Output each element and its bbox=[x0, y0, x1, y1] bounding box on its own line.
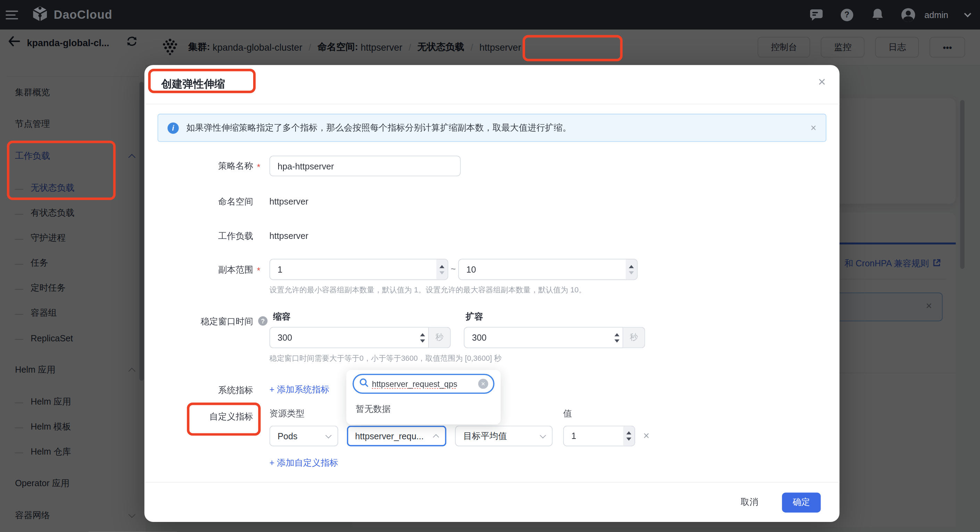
hamburger-menu-icon[interactable] bbox=[6, 10, 18, 19]
scale-up-input[interactable]: 300 bbox=[464, 327, 624, 348]
logo-text: DaoCloud bbox=[54, 8, 113, 22]
daocloud-logo[interactable]: DaoCloud bbox=[32, 5, 113, 24]
scale-up-label: 扩容 bbox=[466, 311, 483, 322]
value-label: 值 bbox=[563, 408, 572, 419]
namespace-value: httpserver bbox=[269, 196, 309, 206]
resource-type-select[interactable]: Pods bbox=[269, 426, 338, 446]
workload-value: httpserver bbox=[269, 231, 309, 241]
scale-down-label: 缩容 bbox=[273, 311, 291, 322]
seconds-addon: 秒 bbox=[624, 327, 645, 348]
stepper-up-icon[interactable] bbox=[420, 333, 425, 336]
metric-search-box[interactable]: httpserver_request_qps × bbox=[353, 374, 495, 394]
no-data-text: 暂无数据 bbox=[356, 404, 391, 415]
bell-icon[interactable] bbox=[870, 8, 885, 22]
help-icon[interactable]: ? bbox=[840, 8, 854, 22]
stability-window-help: 稳定窗口时间需要大于等于0，小于等于3600，取值范围为 [0,3600] 秒 bbox=[269, 353, 502, 364]
app-stage: DaoCloud ? admin kpanda-global-cl... bbox=[0, 0, 980, 532]
workload-label: 工作负载 bbox=[145, 231, 253, 242]
search-icon bbox=[360, 378, 368, 389]
replica-min-input[interactable]: 1 bbox=[269, 259, 448, 280]
chevron-down-icon bbox=[325, 432, 332, 438]
stability-window-label: 稳定窗口时间? bbox=[145, 316, 253, 328]
namespace-label: 命名空间 bbox=[145, 196, 253, 207]
stepper-up-icon[interactable] bbox=[439, 264, 444, 268]
info-banner-text: 如果弹性伸缩策略指定了多个指标，那么会按照每个指标分别计算扩缩副本数，取最大值进… bbox=[186, 122, 803, 133]
custom-metrics-label: 自定义指标 bbox=[145, 411, 253, 422]
replica-max-input[interactable]: 10 bbox=[458, 259, 638, 280]
clear-search-icon[interactable]: × bbox=[478, 379, 488, 389]
username-label: admin bbox=[924, 10, 948, 20]
help-circle-icon[interactable]: ? bbox=[258, 316, 267, 326]
policy-name-input[interactable]: hpa-httpserver bbox=[269, 156, 461, 176]
system-metrics-label: 系统指标 bbox=[145, 385, 253, 396]
add-custom-metric-link[interactable]: + 添加自定义指标 bbox=[269, 458, 338, 469]
stepper-down-icon[interactable] bbox=[439, 271, 444, 274]
confirm-button[interactable]: 确定 bbox=[782, 492, 821, 513]
info-banner: i 如果弹性伸缩策略指定了多个指标，那么会按照每个指标分别计算扩缩副本数，取最大… bbox=[158, 114, 827, 142]
modal-close-icon[interactable]: × bbox=[818, 75, 826, 88]
stepper-down-icon[interactable] bbox=[629, 271, 634, 274]
stepper-up-icon[interactable] bbox=[614, 333, 619, 336]
add-system-metric-link[interactable]: + 添加系统指标 bbox=[269, 384, 329, 395]
modal-title: 创建弹性伸缩 bbox=[161, 77, 225, 91]
chevron-up-icon bbox=[433, 434, 439, 440]
cancel-button[interactable]: 取消 bbox=[737, 496, 762, 508]
stepper-up-icon[interactable] bbox=[629, 264, 634, 268]
metric-name-select[interactable]: httpserver_requ... bbox=[347, 426, 446, 446]
metric-search-input[interactable]: httpserver_request_qps bbox=[372, 379, 474, 389]
info-icon: i bbox=[167, 122, 178, 133]
stepper-down-icon[interactable] bbox=[420, 339, 425, 342]
range-separator: ~ bbox=[451, 264, 456, 274]
scale-down-input[interactable]: 300 bbox=[269, 327, 429, 348]
remove-metric-icon[interactable]: × bbox=[643, 431, 649, 441]
target-type-select[interactable]: 目标平均值 bbox=[455, 426, 552, 446]
policy-name-label: 策略名称* bbox=[145, 161, 253, 172]
modal-footer: 取消 确定 bbox=[145, 482, 840, 522]
user-avatar[interactable] bbox=[901, 8, 915, 22]
metric-value-input[interactable]: 1 bbox=[563, 426, 635, 446]
top-bar: DaoCloud ? admin bbox=[0, 0, 980, 30]
replica-range-label: 副本范围* bbox=[145, 264, 253, 276]
cube-logo-icon bbox=[32, 5, 48, 24]
seconds-addon: 秒 bbox=[429, 327, 451, 348]
stepper-down-icon[interactable] bbox=[614, 339, 619, 342]
user-chevron-down-icon[interactable] bbox=[964, 10, 971, 17]
message-icon[interactable] bbox=[810, 8, 823, 22]
stepper-up-icon[interactable] bbox=[627, 431, 632, 435]
replica-range-help: 设置允许的最小容器组副本数量，默认值为 1。设置允许的最大容器组副本数量，默认值… bbox=[269, 285, 586, 296]
banner-close-icon[interactable]: × bbox=[811, 122, 816, 133]
metric-search-dropdown: httpserver_request_qps × 暂无数据 bbox=[346, 370, 501, 425]
resource-type-label: 资源类型 bbox=[269, 408, 305, 419]
create-hpa-modal: 创建弹性伸缩 × i 如果弹性伸缩策略指定了多个指标，那么会按照每个指标分别计算… bbox=[145, 65, 840, 522]
stepper-down-icon[interactable] bbox=[627, 438, 632, 441]
chevron-down-icon bbox=[540, 432, 546, 438]
